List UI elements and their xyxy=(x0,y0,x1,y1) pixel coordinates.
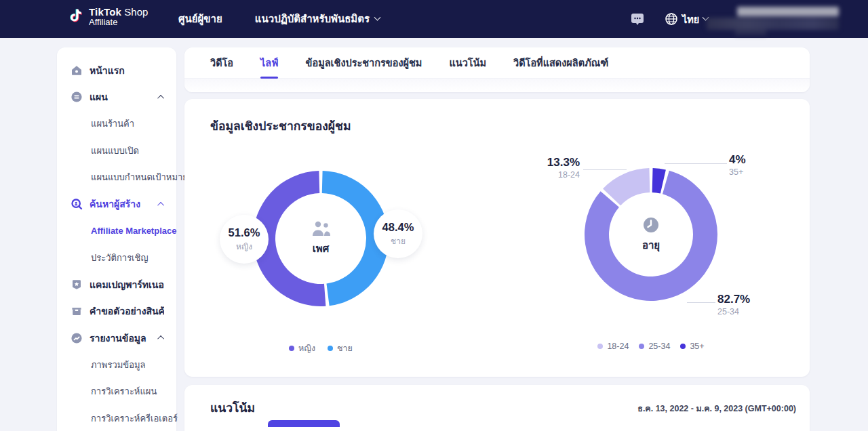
chevron-down-icon xyxy=(374,14,381,20)
plan-icon xyxy=(71,91,83,103)
brand-line1: TikTok Shop xyxy=(89,7,148,18)
top-navbar: TikTok Shop Affiliate ศูนย์ผู้ขาย แนวปฏิ… xyxy=(0,0,868,38)
content-tabs-card: วิดีโอ ไลฟ์ ข้อมูลเชิงประชากรของผู้ชม แน… xyxy=(184,47,810,92)
tab-audience-demographics[interactable]: ข้อมูลเชิงประชากรของผู้ชม xyxy=(306,47,422,79)
sidebar-item-sample-requests[interactable]: คำขอตัวอย่างสินค้า xyxy=(57,298,176,325)
nav-seller-center[interactable]: ศูนย์ผู้ขาย xyxy=(178,11,222,27)
home-icon xyxy=(71,64,83,77)
sidebar-item-partner-campaigns[interactable]: แคมเปญพาร์ทเนอร์ xyxy=(57,271,176,298)
tab-card-footer xyxy=(184,79,810,92)
sidebar-item-plans[interactable]: แผน xyxy=(57,84,176,111)
legend-dot xyxy=(597,344,603,349)
sidebar-item-data-reports[interactable]: รายงานข้อมูล xyxy=(57,325,176,352)
leader-line xyxy=(665,163,727,164)
report-chart-icon xyxy=(71,332,83,344)
sidebar-item-find-creators[interactable]: ค้นหาผู้สร้าง xyxy=(57,191,176,218)
gender-badge-male: 48.4% ชาย xyxy=(374,209,422,258)
legend-dot xyxy=(289,346,294,351)
trends-card: แนวโน้ม ธ.ค. 13, 2022 - ม.ค. 9, 2023 (GM… xyxy=(184,385,810,431)
age-donut-chart: อายุ xyxy=(580,163,722,306)
tab-trends[interactable]: แนวโน้ม xyxy=(449,47,486,79)
tab-product-videos[interactable]: วิดีโอที่แสดงผลิตภัณฑ์ xyxy=(513,47,608,79)
tab-bar: วิดีโอ ไลฟ์ ข้อมูลเชิงประชากรของผู้ชม แน… xyxy=(184,47,810,79)
sidebar-item-plan-analysis[interactable]: การวิเคราะห์แผน xyxy=(57,378,176,405)
tiktok-shop-affiliate-logo[interactable]: TikTok Shop Affiliate xyxy=(68,6,148,27)
legend-item-25-34: 25-34 xyxy=(639,342,670,351)
sidebar-item-home[interactable]: หน้าแรก xyxy=(57,57,176,84)
sidebar-item-label: หน้าแรก xyxy=(90,63,164,78)
app-root: TikTok Shop Affiliate ศูนย์ผู้ขาย แนวปฏิ… xyxy=(0,0,868,431)
sample-box-icon xyxy=(71,305,83,317)
navbar-menu: ศูนย์ผู้ขาย แนวปฏิบัติสำหรับพันธมิตร xyxy=(178,0,380,38)
sidebar-item-affiliate-marketplace[interactable]: Affiliate Marketplace xyxy=(57,218,176,245)
globe-icon xyxy=(665,12,678,26)
campaign-badge-icon xyxy=(71,279,83,291)
chevron-up-icon xyxy=(157,95,164,102)
tab-live[interactable]: ไลฟ์ xyxy=(260,47,278,79)
tiktok-note-icon xyxy=(68,6,84,27)
sidebar-item-open-plan[interactable]: แผนแบบเปิด xyxy=(57,138,176,165)
gender-badge-female: 51.6% หญิง xyxy=(220,215,269,264)
sidebar-item-data-overview[interactable]: ภาพรวมข้อมูล xyxy=(57,352,176,379)
leader-line xyxy=(583,169,627,170)
legend-item-35plus: 35+ xyxy=(680,342,704,351)
trends-tab-indicator[interactable] xyxy=(268,420,340,427)
sidebar-item-label: ค้นหาผู้สร้าง xyxy=(90,197,157,211)
chevron-up-icon xyxy=(157,335,164,342)
sidebar-item-label: แผน xyxy=(90,89,157,104)
sidebar-item-invitation-history[interactable]: ประวัติการเชิญ xyxy=(57,245,176,272)
age-callout-25-34: 82.7% 25-34 xyxy=(717,293,792,316)
chat-icon xyxy=(629,11,646,27)
section-title: ข้อมูลเชิงประชากรของผู้ชม xyxy=(210,117,351,136)
legend-dot xyxy=(680,344,686,349)
age-callout-35plus: 4% 35+ xyxy=(729,153,790,177)
legend-item-male: ชาย xyxy=(328,342,353,355)
trends-date-range: ธ.ค. 13, 2022 - ม.ค. 9, 2023 (GMT+00:00) xyxy=(637,402,796,415)
sidebar-item-creator-analysis[interactable]: การวิเคราะห์ครีเอเตอร์ xyxy=(57,405,176,431)
tab-video[interactable]: วิดีโอ xyxy=(210,47,233,79)
sidebar-item-shop-plan[interactable]: แผนร้านค้า xyxy=(57,110,176,138)
legend-item-female: หญิง xyxy=(289,342,315,355)
sidebar-item-label: แคมเปญพาร์ทเนอร์ xyxy=(90,277,164,292)
age-donut-svg xyxy=(580,163,722,306)
language-selector[interactable]: ไทย xyxy=(665,0,708,38)
account-menu-blurred[interactable] xyxy=(707,5,846,34)
sidebar-item-label: คำขอตัวอย่างสินค้า xyxy=(90,304,164,319)
sidebar-item-label: รายงานข้อมูล xyxy=(90,331,157,346)
legend-dot xyxy=(639,344,644,349)
legend-dot xyxy=(328,346,333,351)
age-legend: 18-24 25-34 35+ xyxy=(566,342,736,351)
audience-demographics-card: ข้อมูลเชิงประชากรของผู้ชม เพศ 51.6% หญิง… xyxy=(184,99,810,377)
nav-partner-guidelines[interactable]: แนวปฏิบัติสำหรับพันธมิตร xyxy=(255,11,380,27)
leader-line xyxy=(687,302,715,303)
legend-item-18-24: 18-24 xyxy=(597,342,629,351)
gender-legend: หญิง ชาย xyxy=(246,342,395,355)
sidebar: หน้าแรก แผน แผนร้านค้า แผนแบบเปิด แผนแบบ… xyxy=(57,47,176,431)
gender-donut-chart: เพศ xyxy=(246,164,395,313)
gender-donut-svg xyxy=(246,164,395,313)
chevron-up-icon xyxy=(157,202,164,209)
sidebar-item-targeted-plan[interactable]: แผนแบบกำหนดเป้าหมาย xyxy=(57,164,176,191)
trends-title: แนวโน้ม xyxy=(210,398,255,417)
language-label: ไทย xyxy=(682,12,699,27)
brand-line2: Affiliate xyxy=(89,18,148,27)
age-callout-18-24: 13.3% 18-24 xyxy=(510,156,580,180)
chat-button[interactable] xyxy=(629,11,646,30)
search-creator-icon xyxy=(71,198,83,210)
